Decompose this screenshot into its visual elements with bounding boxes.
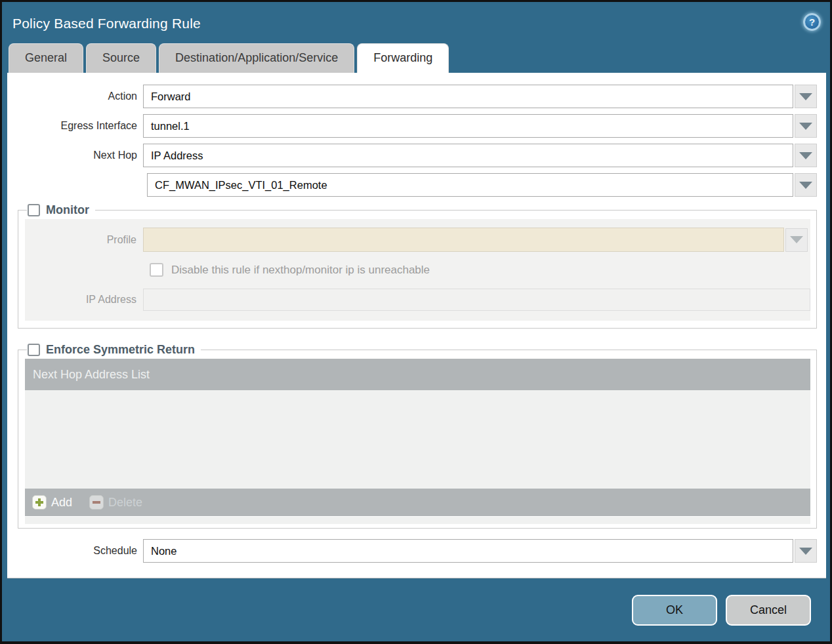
delete-button[interactable]: Delete <box>89 495 142 510</box>
monitor-panel: Profile Disable this rule if nexthop/mon… <box>25 219 810 321</box>
next-hop-address-list-column-header: Next Hop Address List <box>33 368 150 382</box>
symmetric-return-checkbox[interactable] <box>28 344 40 356</box>
title-bar: Policy Based Forwarding Rule ? <box>2 2 830 41</box>
table-footer-strip <box>25 517 810 524</box>
monitor-legend-label: Monitor <box>46 203 89 217</box>
dialog-frame: Policy Based Forwarding Rule ? General S… <box>0 0 832 644</box>
schedule-row: Schedule None <box>7 539 817 563</box>
chevron-down-icon <box>799 182 812 189</box>
monitor-section: Monitor Profile Disable this rule if nex… <box>18 203 817 329</box>
next-hop-type-select[interactable]: IP Address <box>143 144 793 167</box>
chevron-down-icon <box>799 152 812 159</box>
symmetric-return-legend: Enforce Symmetric Return <box>27 343 201 357</box>
action-label: Action <box>7 91 143 102</box>
profile-row: Profile <box>25 228 810 252</box>
chevron-down-icon <box>790 236 803 243</box>
monitor-ip-row: IP Address <box>25 289 810 311</box>
monitor-ip-input <box>143 289 810 311</box>
action-row: Action Forward <box>7 85 817 108</box>
ok-button[interactable]: OK <box>632 595 717 626</box>
monitor-legend: Monitor <box>27 203 95 217</box>
table-header: Next Hop Address List <box>25 359 810 390</box>
plus-icon <box>32 495 47 510</box>
next-hop-address-select[interactable]: CF_MWAN_IPsec_VTI_01_Remote <box>147 173 793 197</box>
minus-icon <box>89 495 104 510</box>
table-body-empty[interactable] <box>25 390 810 489</box>
pbf-rule-dialog: Policy Based Forwarding Rule ? General S… <box>2 2 830 641</box>
add-button-label: Add <box>51 496 72 510</box>
next-hop-address-table: Next Hop Address List Add <box>25 359 810 524</box>
egress-interface-row: Egress Interface tunnel.1 <box>7 114 817 138</box>
symmetric-return-section: Enforce Symmetric Return Next Hop Addres… <box>18 343 817 529</box>
egress-interface-label: Egress Interface <box>7 120 143 132</box>
chevron-down-icon <box>799 123 812 130</box>
next-hop-row: Next Hop IP Address <box>7 144 817 167</box>
tab-general[interactable]: General <box>9 43 83 73</box>
schedule-label: Schedule <box>7 545 143 557</box>
tab-forwarding[interactable]: Forwarding <box>357 43 449 73</box>
next-hop-dropdown-button[interactable] <box>795 144 817 167</box>
tab-source[interactable]: Source <box>86 43 156 73</box>
profile-label: Profile <box>25 234 143 246</box>
monitor-ip-label: IP Address <box>25 294 143 306</box>
table-toolbar: Add Delete <box>25 489 810 516</box>
profile-dropdown-button <box>785 228 808 252</box>
dialog-footer: OK Cancel <box>2 578 830 641</box>
chevron-down-icon <box>799 93 812 100</box>
help-icon[interactable]: ? <box>803 13 821 31</box>
action-select[interactable]: Forward <box>143 85 793 108</box>
schedule-select[interactable]: None <box>143 539 793 563</box>
disable-rule-checkbox <box>150 263 163 277</box>
chevron-down-icon <box>799 548 812 555</box>
profile-select[interactable] <box>143 228 784 252</box>
symmetric-return-legend-label: Enforce Symmetric Return <box>46 343 195 357</box>
next-hop-address-row: CF_MWAN_IPsec_VTI_01_Remote <box>7 173 817 197</box>
forwarding-tab-panel: Action Forward Egress Interface tunnel.1… <box>7 73 826 578</box>
monitor-checkbox[interactable] <box>28 204 40 216</box>
egress-interface-select[interactable]: tunnel.1 <box>143 114 793 138</box>
cancel-button[interactable]: Cancel <box>726 595 811 626</box>
tab-destination-application-service[interactable]: Destination/Application/Service <box>159 43 354 73</box>
add-button[interactable]: Add <box>32 495 72 510</box>
disable-rule-label: Disable this rule if nexthop/monitor ip … <box>171 264 430 277</box>
page-title: Policy Based Forwarding Rule <box>12 16 201 31</box>
next-hop-label: Next Hop <box>7 150 143 161</box>
egress-interface-dropdown-button[interactable] <box>795 114 817 138</box>
delete-button-label: Delete <box>108 496 142 510</box>
next-hop-address-dropdown-button[interactable] <box>795 173 817 197</box>
action-dropdown-button[interactable] <box>795 85 817 108</box>
disable-rule-row: Disable this rule if nexthop/monitor ip … <box>150 263 810 277</box>
tab-bar: General Source Destination/Application/S… <box>2 41 830 73</box>
schedule-dropdown-button[interactable] <box>795 539 817 563</box>
